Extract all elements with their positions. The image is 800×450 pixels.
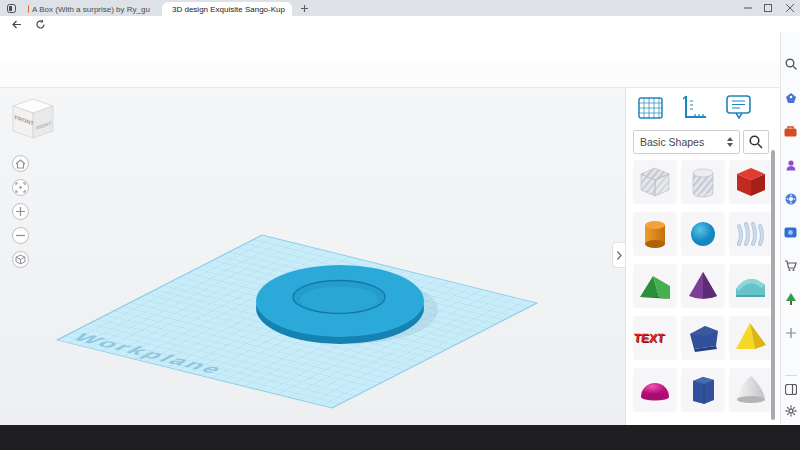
browser-tab-active[interactable]: 3D design Exquisite Sango-Kup	[162, 2, 292, 16]
tinkercad-toolbar: Import Export Send To	[0, 62, 780, 88]
windows-taskbar: 39°F Sunny Search JW 5:57 PM 4/2/2023	[0, 425, 800, 450]
tab-title: 3D design Exquisite Sango-Kup	[172, 5, 285, 14]
sidebar-add-icon[interactable]	[786, 328, 796, 338]
shape-box[interactable]	[729, 160, 773, 204]
window-maximize-icon[interactable]	[764, 4, 772, 12]
shape-half-sphere[interactable]	[633, 368, 677, 412]
shape-sphere[interactable]	[681, 212, 725, 256]
browser-address-bar: https://www.tinkercad.com/things/0zlSVM7…	[0, 16, 800, 33]
sidebar-office-icon[interactable]	[784, 126, 797, 137]
browser-tab-inactive[interactable]: A Box (With a surprise) by Ry_gu	[22, 2, 160, 16]
notes-tool-icon[interactable]	[726, 95, 751, 121]
perspective-icon	[15, 254, 26, 265]
new-tab-icon[interactable]	[301, 5, 308, 12]
svg-text:TEXT: TEXT	[633, 331, 666, 345]
home-view-button[interactable]	[12, 155, 29, 172]
minus-icon	[16, 234, 25, 237]
sidebar-contact-icon[interactable]	[785, 159, 797, 171]
shape-round-roof[interactable]	[729, 264, 773, 308]
sort-arrows-icon	[727, 137, 733, 147]
fit-view-button[interactable]	[12, 179, 29, 196]
sidebar-designer-icon[interactable]	[785, 193, 797, 205]
shape-roof[interactable]	[633, 264, 677, 308]
panel-scrollbar[interactable]	[771, 150, 775, 420]
sidebar-settings-gear-icon[interactable]	[785, 405, 797, 417]
tinkercad-header: T I N K E R C A D Exquisite Sango-Kup	[0, 32, 780, 62]
shape-search-button[interactable]	[743, 130, 769, 154]
shape-cylinder-hole[interactable]	[681, 160, 725, 204]
edge-sidebar	[780, 32, 800, 425]
workplane-tool-icon[interactable]	[638, 95, 663, 121]
shape-scribble[interactable]	[729, 212, 773, 256]
panel-collapse-button[interactable]	[612, 242, 625, 268]
shape-text[interactable]: TEXTTEXT	[633, 316, 677, 360]
home-icon	[15, 159, 26, 169]
window-minimize-icon[interactable]	[744, 7, 752, 9]
shape-cone[interactable]	[681, 264, 725, 308]
fit-view-icon	[15, 182, 26, 193]
viewport-canvas[interactable]: Workplane FRONT RIGHT Settings Snap Grid…	[0, 88, 625, 425]
shape-prism[interactable]	[681, 368, 725, 412]
back-icon[interactable]	[12, 20, 22, 29]
plus-icon	[16, 207, 25, 216]
zoom-out-button[interactable]	[12, 227, 29, 244]
window-close-icon[interactable]	[786, 4, 794, 12]
browser-tab-strip: A Box (With a surprise) by Ry_gu 3D desi…	[0, 0, 800, 16]
workplane-scene: Workplane	[0, 88, 625, 425]
search-icon	[749, 135, 763, 149]
shape-pyramid[interactable]	[729, 316, 773, 360]
view-cube[interactable]: FRONT RIGHT	[8, 96, 58, 146]
shape-category-dropdown[interactable]: Basic Shapes	[633, 130, 740, 154]
tab-title: A Box (With a surprise) by Ry_gu	[32, 5, 150, 14]
zoom-in-button[interactable]	[12, 203, 29, 220]
shape-polygon[interactable]	[681, 316, 725, 360]
sidebar-tree-icon[interactable]	[785, 293, 797, 306]
tab-actions-icon[interactable]	[7, 4, 16, 13]
sidebar-image-creator-icon[interactable]	[784, 227, 797, 238]
chevron-right-icon	[617, 251, 622, 260]
sidebar-cart-icon[interactable]	[784, 260, 797, 271]
perspective-toggle-button[interactable]	[12, 251, 29, 268]
shape-box-hole[interactable]	[633, 160, 677, 204]
screen: A Box (With a surprise) by Ry_gu 3D desi…	[0, 0, 800, 450]
sidebar-shopping-icon[interactable]	[785, 92, 797, 104]
sidebar-search-icon[interactable]	[785, 58, 797, 70]
refresh-icon[interactable]	[36, 20, 45, 29]
shape-category-label: Basic Shapes	[640, 136, 704, 148]
shape-paraboloid[interactable]	[729, 368, 773, 412]
ruler-tool-icon[interactable]	[682, 95, 707, 121]
sidebar-panel-icon[interactable]	[785, 384, 797, 395]
shape-cylinder[interactable]	[633, 212, 677, 256]
